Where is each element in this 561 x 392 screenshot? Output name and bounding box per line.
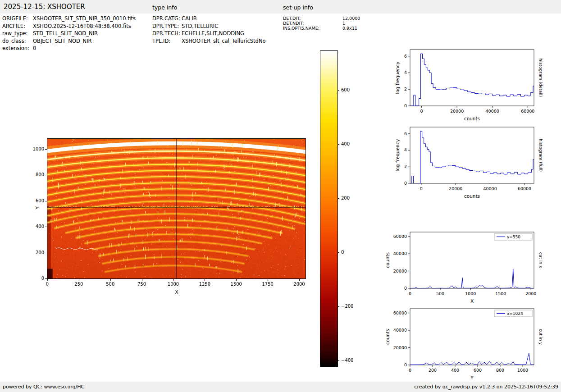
colorbar-tick-label: −400 (341, 358, 353, 363)
footer-bar: powered by QC: www.eso.org/HC created by… (0, 382, 561, 392)
svg-text:800: 800 (496, 368, 504, 373)
meta-label: DPR.TECH: (152, 30, 182, 37)
svg-text:4: 4 (404, 147, 407, 152)
image-y-tick (45, 149, 47, 150)
image-y-tick (45, 227, 47, 227)
svg-text:1000: 1000 (465, 291, 476, 296)
image-y-tick (45, 278, 47, 279)
hist-detail-ylabel: log frequency (395, 61, 400, 94)
svg-text:0: 0 (404, 103, 407, 108)
svg-text:0: 0 (404, 181, 407, 186)
colorbar-tick (338, 252, 339, 253)
meta-label: DPR.CATG: (152, 15, 182, 23)
image-x-tick (236, 279, 237, 281)
colorbar-tick (338, 198, 339, 199)
image-y-tick-label: 600 (30, 198, 44, 203)
header-bar: 2025-12-15: XSHOOTER type info set-up in… (0, 0, 561, 14)
cut-x-right-label: cut in x (538, 252, 543, 269)
svg-text:400: 400 (451, 368, 459, 373)
svg-text:20000: 20000 (393, 345, 407, 350)
meta-value: XSHOO.2025-12-16T08:48:38.400.fits (33, 23, 131, 29)
meta-row-dpr-catg: DPR.CATG:CALIB (152, 15, 266, 23)
image-y-tick-label: 400 (30, 224, 44, 229)
cut-in-x-chart: 05001000150020000200004000060000Xcountsc… (381, 230, 561, 305)
svg-text:40000: 40000 (393, 328, 407, 333)
image-y-tick-label: 200 (30, 250, 44, 255)
meta-label: DET.DIT: (283, 16, 342, 21)
colorbar-tick-label: 400 (341, 141, 350, 146)
setup-info-heading: set-up info (283, 4, 313, 11)
svg-text:6: 6 (404, 131, 407, 136)
cut-y-ylabel: counts (385, 329, 390, 345)
svg-text:60000: 60000 (393, 234, 407, 239)
meta-value: STD,TELLURIC (182, 23, 218, 29)
cut-in-y-chart: 020040060080010000200004000060000Ycounts… (381, 306, 561, 382)
meta-label: extension: (2, 45, 33, 52)
colorbar-tick (338, 90, 339, 91)
image-x-tick (142, 279, 142, 281)
colorbar-tick-label: −200 (341, 304, 353, 309)
image-x-tick (110, 279, 111, 281)
meta-value: STD_TELL_SLIT_NOD_NIR (33, 30, 98, 36)
histogram-full-chart: 02000040000600000246countslog frequencyh… (381, 125, 561, 201)
colorbar-tick-label: 600 (341, 87, 350, 92)
colorbar-tick-label: 200 (341, 196, 350, 201)
hist-full-right-label: histogram (full) (538, 139, 543, 172)
image-y-tick (45, 175, 47, 175)
image-x-tick-label: 1750 (260, 282, 276, 287)
page-title: 2025-12-15: XSHOOTER (4, 3, 85, 11)
meta-row-ins-opti5: INS.OPTI5.NAME:0.9x11 (283, 26, 360, 31)
setup-info-block: DET.DIT:12.0000 DET.NDIT:1 INS.OPTI5.NAM… (283, 16, 360, 31)
image-x-tick-label: 500 (102, 282, 119, 287)
meta-label: DET.NDIT: (283, 21, 342, 26)
svg-text:40000: 40000 (393, 251, 407, 256)
histogram-detail-chart: 02000040000600000246countslog frequencyh… (381, 47, 561, 123)
meta-row-arcfile: ARCFILE:XSHOO.2025-12-16T08:48:38.400.fi… (2, 23, 136, 30)
hist-detail-right-label: histogram (detail) (538, 59, 543, 97)
svg-text:20000: 20000 (449, 186, 462, 191)
meta-value: 0 (33, 45, 36, 51)
image-x-tick-label: 0 (39, 282, 55, 287)
cut-y-legend-label: x=1024 (507, 311, 523, 316)
image-x-tick (47, 279, 48, 281)
meta-value: XSHOOTER_slt_cal_TelluricStdNo (182, 38, 266, 44)
meta-label: do_class: (2, 37, 33, 45)
cut-y-xlabel: Y (470, 375, 474, 380)
svg-text:4: 4 (404, 70, 407, 75)
meta-row-tpl-id: TPL.ID:XSHOOTER_slt_cal_TelluricStdNo (152, 37, 266, 45)
image-x-tick (173, 279, 174, 281)
colorbar-tick (338, 360, 339, 361)
image-y-tick-label: 1000 (30, 146, 44, 151)
meta-row-det-dit: DET.DIT:12.0000 (283, 16, 360, 21)
svg-text:40000: 40000 (486, 109, 499, 114)
meta-label: raw_type: (2, 30, 33, 37)
svg-text:60000: 60000 (518, 186, 531, 191)
cut-y-svg: 020040060080010000200004000060000Ycounts… (381, 306, 561, 382)
svg-text:20000: 20000 (393, 269, 407, 273)
colorbar-tick-label: 0 (341, 250, 344, 255)
file-info-block: ORIGFILE:XSHOOTER_SLT_STD_NIR_350_0010.f… (2, 15, 136, 52)
meta-row-extension: extension:0 (2, 45, 136, 52)
type-info-heading: type info (152, 4, 177, 11)
svg-text:2000: 2000 (525, 291, 536, 296)
svg-text:60000: 60000 (521, 109, 534, 114)
type-info-block: DPR.CATG:CALIB DPR.TYPE:STD,TELLURIC DPR… (152, 15, 266, 45)
image-x-tick (79, 279, 79, 281)
svg-text:2: 2 (404, 164, 407, 169)
meta-value: 1 (342, 21, 345, 26)
svg-text:1000: 1000 (517, 368, 528, 373)
hist-detail-xlabel: counts (464, 116, 480, 121)
image-x-tick-label: 250 (71, 282, 87, 287)
raw-image-canvas (47, 138, 306, 279)
svg-text:40000: 40000 (483, 186, 497, 191)
meta-row-det-ndit: DET.NDIT:1 (283, 21, 360, 26)
meta-row-raw-type: raw_type:STD_TELL_SLIT_NOD_NIR (2, 30, 136, 37)
meta-row-dpr-tech: DPR.TECH:ECHELLE,SLIT,NODDING (152, 30, 266, 37)
hist-full-xlabel: counts (464, 193, 480, 199)
qc-report-page: 2025-12-15: XSHOOTER type info set-up in… (0, 0, 561, 392)
svg-text:0: 0 (404, 362, 407, 367)
svg-text:0: 0 (409, 368, 411, 373)
cut-x-xlabel: X (470, 298, 474, 304)
meta-value: 12.0000 (342, 16, 360, 21)
meta-row-origfile: ORIGFILE:XSHOOTER_SLT_STD_NIR_350_0010.f… (2, 15, 136, 23)
